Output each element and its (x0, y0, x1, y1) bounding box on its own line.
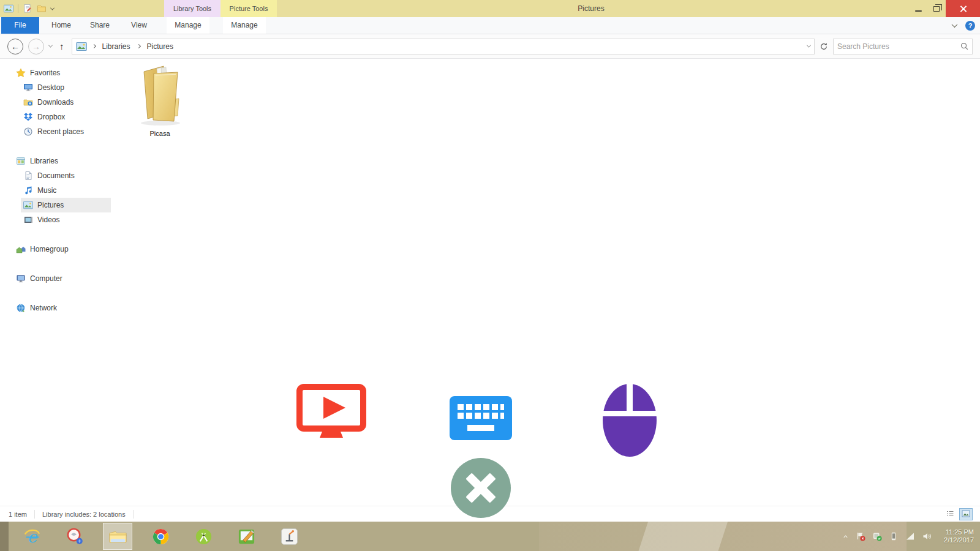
sidebar-item-computer[interactable]: Computer (15, 271, 111, 286)
sidebar-item-label: Pictures (37, 201, 64, 209)
sidebar-item-label: Music (37, 186, 56, 195)
sidebar-section-favorites: FavoritesDesktopDownloadsDropboxRecent p… (0, 66, 111, 139)
taskbar-image-editor[interactable] (232, 523, 261, 550)
library-info: Library includes: 2 locations (35, 511, 133, 518)
sidebar-section-libraries: LibrariesDocumentsMusicPicturesVideos (0, 154, 111, 227)
tab-home[interactable]: Home (45, 17, 77, 34)
tray-hidden-icons-icon[interactable] (842, 533, 849, 540)
sidebar-item-label: Recent places (37, 127, 84, 136)
customize-qat-chevron-icon[interactable] (50, 6, 55, 10)
properties-icon[interactable] (23, 4, 32, 13)
close-button[interactable] (946, 0, 980, 17)
explorer-window: Library Tools Picture Tools Pictures Fil… (0, 0, 980, 522)
sidebar-item-favorites[interactable]: Favorites (15, 66, 111, 80)
folder-icon (131, 61, 189, 129)
sidebar-section-network: Network (0, 301, 111, 315)
screen: Library Tools Picture Tools Pictures Fil… (0, 0, 980, 551)
taskbar-chrome[interactable] (146, 523, 175, 550)
sidebar-section-homegroup: Homegroup (0, 242, 111, 257)
sidebar-item-label: Libraries (30, 157, 58, 165)
file-explorer-icon (108, 527, 127, 546)
taskbar-file-explorer[interactable] (103, 523, 132, 550)
chrome-icon (151, 527, 170, 546)
tab-manage-picture[interactable]: Manage (223, 17, 266, 34)
sidebar-item-label: Homegroup (30, 245, 69, 253)
taskbar: e 11:25 PM 2/12/2017 (0, 522, 980, 551)
details-view-icon (945, 509, 955, 520)
back-button[interactable]: ← (7, 39, 23, 54)
taskbar-java-app[interactable] (274, 523, 304, 550)
sidebar-item-libraries[interactable]: Libraries (15, 154, 111, 168)
tab-view[interactable]: View (124, 17, 154, 34)
title-bar: Library Tools Picture Tools Pictures (0, 0, 980, 17)
tab-share[interactable]: Share (83, 17, 116, 34)
up-button[interactable]: ↑ (57, 41, 67, 51)
breadcrumb-separator-icon (136, 44, 140, 48)
address-bar-row: ← → ↑ Libraries Pictures (0, 34, 980, 59)
sidebar-item-dropbox[interactable]: Dropbox (21, 110, 111, 124)
folder-content[interactable]: Picasa (111, 59, 980, 506)
window-controls (909, 0, 980, 17)
sidebar-item-network[interactable]: Network (15, 301, 111, 315)
disconnect-close-icon[interactable] (451, 458, 511, 518)
search-box[interactable] (833, 39, 973, 54)
tray-action-center-icon[interactable] (856, 531, 865, 541)
screen-cast-play-icon[interactable] (296, 384, 366, 440)
folder-item-picasa[interactable]: Picasa (131, 61, 189, 137)
java-app-icon (280, 527, 299, 546)
remote-keyboard-icon[interactable] (450, 396, 512, 440)
sidebar-item-recent-places[interactable]: Recent places (21, 124, 111, 139)
sidebar-item-label: Documents (37, 171, 75, 180)
sidebar-item-desktop[interactable]: Desktop (21, 80, 111, 95)
taskbar-camera-app[interactable] (60, 523, 89, 550)
taskbar-clock[interactable]: 11:25 PM 2/12/2017 (938, 528, 974, 544)
clock-time: 11:25 PM (938, 528, 974, 536)
address-dropdown-chevron-icon[interactable] (807, 43, 811, 48)
thumbnail-view-button[interactable] (959, 508, 973, 520)
help-icon[interactable]: ? (965, 21, 975, 31)
taskbar-internet-explorer[interactable]: e (17, 523, 47, 550)
quick-access-toolbar (4, 0, 54, 17)
breadcrumb-pictures[interactable]: Pictures (146, 42, 175, 51)
refresh-icon[interactable] (820, 42, 828, 51)
sidebar-item-videos[interactable]: Videos (21, 212, 111, 227)
forward-button[interactable]: → (28, 39, 44, 54)
sidebar-item-pictures[interactable]: Pictures (21, 198, 111, 212)
tray-network-signal-icon[interactable] (905, 531, 915, 541)
documents-icon (23, 171, 33, 181)
remote-mouse-icon[interactable] (603, 384, 657, 457)
ribbon-tab-row: File Home Share View Manage Manage ? (0, 17, 980, 34)
sidebar-item-documents[interactable]: Documents (21, 168, 111, 183)
sidebar-item-downloads[interactable]: Downloads (21, 95, 111, 110)
details-view-button[interactable] (943, 508, 957, 520)
camera-app-icon (66, 527, 85, 546)
tab-file[interactable]: File (1, 17, 39, 34)
downloads-icon (23, 97, 33, 107)
breadcrumb-libraries[interactable]: Libraries (101, 42, 132, 51)
minimize-button[interactable] (909, 0, 927, 17)
sidebar-item-label: Dropbox (37, 113, 65, 121)
taskbar-android-studio[interactable] (189, 523, 218, 550)
restore-button[interactable] (927, 0, 946, 17)
thumbnail-view-icon (961, 509, 971, 520)
contextual-tab-library-tools[interactable]: Library Tools (164, 0, 221, 17)
tab-manage-library[interactable]: Manage (167, 17, 209, 34)
expand-ribbon-chevron-icon[interactable] (952, 21, 958, 28)
tray-updates-icon[interactable] (872, 531, 882, 541)
recent-locations-chevron-icon[interactable] (48, 43, 53, 48)
clock-date: 2/12/2017 (938, 536, 974, 544)
taskbar-apps: e (0, 522, 317, 551)
sidebar-item-homegroup[interactable]: Homegroup (15, 242, 111, 257)
search-input[interactable] (837, 42, 960, 51)
tray-device-icon[interactable] (889, 531, 899, 541)
new-folder-icon[interactable] (37, 4, 47, 13)
address-bar[interactable]: Libraries Pictures (72, 39, 815, 54)
contextual-tab-picture-tools[interactable]: Picture Tools (221, 0, 277, 17)
sidebar-item-music[interactable]: Music (21, 183, 111, 198)
sidebar-item-label: Network (30, 304, 57, 312)
explorer-window-icon[interactable] (4, 4, 13, 13)
tray-volume-icon[interactable] (922, 531, 932, 541)
search-icon[interactable] (960, 42, 968, 50)
sidebar-item-label: Computer (30, 274, 62, 283)
status-divider (133, 510, 134, 519)
